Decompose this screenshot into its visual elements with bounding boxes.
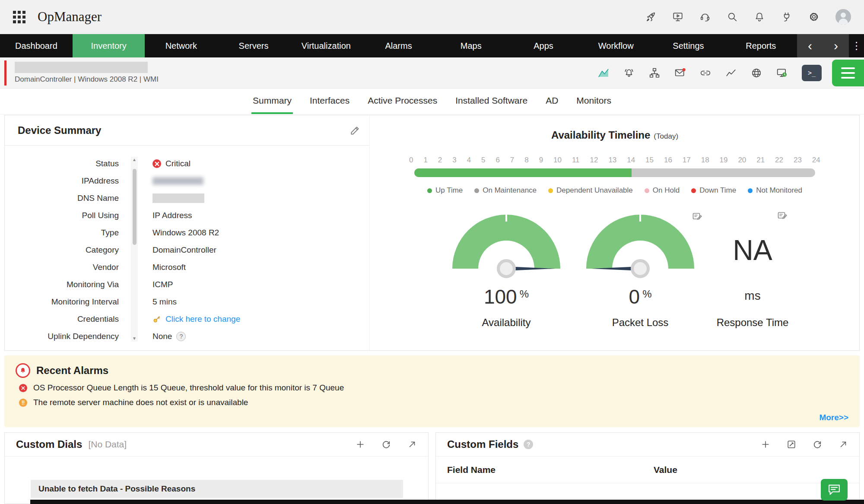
device-name-redacted bbox=[15, 62, 148, 73]
nav-overflow-menu-icon[interactable]: ⋮ bbox=[849, 34, 864, 57]
side-menu-toggle-button[interactable] bbox=[832, 60, 864, 86]
legend-item-dependent-unavailable: Dependent Unavailable bbox=[548, 186, 633, 195]
alarm-bell-icon[interactable] bbox=[623, 67, 635, 79]
more-alarms-link[interactable]: More>> bbox=[819, 413, 848, 422]
change-credentials-link[interactable]: Click here to change bbox=[165, 314, 240, 324]
timeline-track[interactable] bbox=[414, 168, 815, 177]
nav-item-workflow[interactable]: Workflow bbox=[580, 34, 652, 57]
tab-interfaces[interactable]: Interfaces bbox=[308, 95, 351, 114]
nav-item-apps[interactable]: Apps bbox=[507, 34, 580, 57]
nav-scroll-arrows: ‹ › bbox=[797, 34, 849, 57]
topology-icon[interactable] bbox=[649, 67, 660, 79]
main-nav: Dashboard Inventory Network Servers Virt… bbox=[0, 34, 864, 57]
tab-ad[interactable]: AD bbox=[544, 95, 559, 114]
nav-item-reports[interactable]: Reports bbox=[724, 34, 797, 57]
custom-dials-status: [No Data] bbox=[88, 439, 127, 450]
mail-icon[interactable] bbox=[674, 67, 686, 79]
availability-section: Availability Timeline(Today) 01234567891… bbox=[370, 115, 859, 350]
nav-next-arrow[interactable]: › bbox=[831, 39, 841, 52]
expand-icon[interactable] bbox=[839, 440, 848, 449]
custom-fields-title: Custom Fields bbox=[447, 438, 518, 450]
search-icon[interactable] bbox=[727, 11, 738, 22]
remote-monitor-icon[interactable] bbox=[776, 67, 788, 79]
app-title: OpManager bbox=[38, 9, 102, 25]
alarm-message: OS Processor Queue Length is 15 Queue, t… bbox=[33, 383, 344, 393]
plug-icon[interactable] bbox=[781, 11, 792, 22]
topbar: OpManager bbox=[0, 0, 864, 34]
tab-active-processes[interactable]: Active Processes bbox=[366, 95, 438, 114]
alarm-row-critical[interactable]: OS Processor Queue Length is 15 Queue, t… bbox=[19, 383, 860, 393]
headset-icon[interactable] bbox=[699, 11, 711, 22]
alarm-row-warning[interactable]: The remote server machine does not exist… bbox=[19, 398, 860, 407]
add-field-icon[interactable] bbox=[761, 440, 770, 449]
device-summary-scrollbar[interactable]: ▲ ▼ bbox=[131, 157, 138, 342]
tab-summary[interactable]: Summary bbox=[251, 95, 293, 114]
dns-name-redacted bbox=[152, 193, 204, 203]
threshold-settings-icon[interactable] bbox=[692, 211, 703, 222]
nav-item-virtualization[interactable]: Virtualization bbox=[290, 34, 362, 57]
presentation-icon[interactable] bbox=[672, 11, 683, 22]
scroll-up-icon[interactable]: ▲ bbox=[132, 157, 137, 163]
app-launcher-icon[interactable] bbox=[13, 11, 25, 23]
scrollbar-thumb[interactable] bbox=[133, 169, 137, 245]
refresh-icon[interactable] bbox=[813, 440, 822, 449]
recent-alarms-bell-icon bbox=[16, 363, 30, 378]
packet-loss-gauge-label: Packet Loss bbox=[574, 317, 706, 329]
packet-loss-gauge: 0% Packet Loss bbox=[574, 215, 706, 269]
status-value: Critical bbox=[165, 159, 191, 168]
nav-item-servers[interactable]: Servers bbox=[217, 34, 290, 57]
area-chart-icon[interactable] bbox=[598, 67, 609, 79]
legend-dot bbox=[474, 188, 479, 193]
scroll-down-icon[interactable]: ▼ bbox=[132, 336, 137, 342]
row-monitoring-via: Monitoring Via ICMP bbox=[5, 276, 369, 293]
link-icon[interactable] bbox=[700, 67, 711, 79]
line-chart-icon[interactable] bbox=[725, 67, 737, 79]
expand-icon[interactable] bbox=[407, 440, 417, 449]
custom-fields-help-icon[interactable]: ? bbox=[524, 440, 533, 449]
nav-item-alarms[interactable]: Alarms bbox=[362, 34, 435, 57]
globe-icon[interactable] bbox=[751, 67, 762, 79]
tab-monitors[interactable]: Monitors bbox=[575, 95, 613, 114]
gear-icon[interactable] bbox=[808, 11, 820, 22]
nav-item-dashboard[interactable]: Dashboard bbox=[0, 34, 73, 57]
edit-device-summary-icon[interactable] bbox=[349, 125, 361, 136]
tab-installed-software[interactable]: Installed Software bbox=[454, 95, 529, 114]
device-subtitle: DomainController | Windows 2008 R2 | WMI bbox=[15, 75, 159, 84]
row-credentials: Credentials Click here to change bbox=[5, 311, 369, 328]
availability-period: (Today) bbox=[654, 132, 678, 140]
legend-dot bbox=[427, 188, 432, 193]
no-data-message: Unable to fetch Data - Possible Reasons bbox=[31, 480, 403, 498]
nav-item-settings[interactable]: Settings bbox=[652, 34, 725, 57]
critical-severity-icon bbox=[19, 384, 27, 392]
nav-item-inventory[interactable]: Inventory bbox=[73, 34, 145, 57]
threshold-settings-icon[interactable] bbox=[777, 210, 788, 221]
device-tabs: Summary Interfaces Active Processes Inst… bbox=[0, 89, 864, 114]
legend-dot bbox=[548, 188, 553, 193]
edit-fields-icon[interactable] bbox=[787, 440, 796, 449]
custom-dials-title: Custom Dials bbox=[16, 438, 82, 450]
custom-dials-panel: Custom Dials [No Data] Unable to fetch D… bbox=[4, 432, 429, 504]
refresh-icon[interactable] bbox=[381, 440, 391, 449]
device-summary-rows: Status Critical IPAddress DNS Name Poll … bbox=[5, 155, 369, 345]
availability-title: Availability Timeline(Today) bbox=[370, 129, 859, 141]
legend-dot bbox=[645, 188, 649, 193]
terminal-icon[interactable]: >_ bbox=[802, 65, 822, 81]
legend-item-down-time: Down Time bbox=[691, 186, 736, 195]
row-type: Type Windows 2008 R2 bbox=[5, 224, 369, 241]
uplink-help-icon[interactable]: ? bbox=[176, 332, 186, 341]
add-dial-icon[interactable] bbox=[356, 440, 365, 449]
nav-item-maps[interactable]: Maps bbox=[435, 34, 507, 57]
device-action-icons: >_ bbox=[598, 65, 822, 81]
live-chat-button[interactable] bbox=[821, 479, 848, 501]
row-vendor: Vendor Microsoft bbox=[5, 259, 369, 276]
device-header: DomainController | Windows 2008 R2 | WMI bbox=[0, 57, 864, 89]
user-avatar[interactable] bbox=[835, 9, 851, 25]
bottom-black-bar bbox=[30, 500, 864, 504]
nav-item-network[interactable]: Network bbox=[145, 34, 217, 57]
bell-icon[interactable] bbox=[754, 11, 765, 22]
gauge-hub bbox=[497, 259, 516, 278]
custom-fields-panel: Custom Fields ? Field Name Value bbox=[435, 432, 860, 504]
rocket-icon[interactable] bbox=[645, 11, 656, 22]
nav-prev-arrow[interactable]: ‹ bbox=[805, 39, 815, 52]
availability-value: 100% bbox=[439, 285, 573, 308]
